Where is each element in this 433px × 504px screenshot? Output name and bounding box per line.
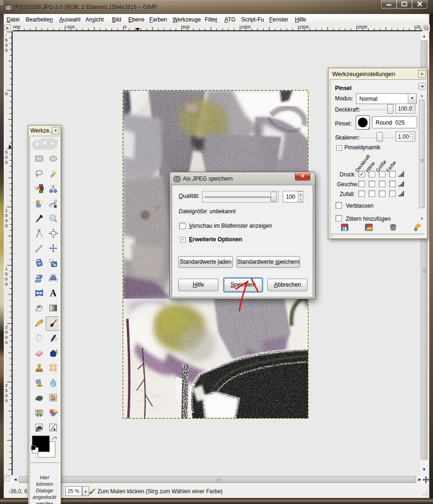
svg-text:1: 1 [5,208,7,213]
svg-text:A: A [50,288,57,298]
svg-text:2: 2 [5,324,7,329]
svg-text:0: 0 [5,393,7,398]
svg-text:5: 5 [5,388,7,393]
svg-text:0: 0 [5,91,7,96]
svg-text:0: 0 [5,160,7,165]
svg-text:0: 0 [5,213,7,218]
svg-text:5: 5 [5,149,7,154]
svg-text:2: 2 [5,383,7,388]
svg-text:2000: 2000 [357,24,367,29]
svg-text:0: 0 [5,276,7,281]
svg-text:5: 5 [5,37,7,42]
svg-text:1500: 1500 [299,24,309,29]
svg-text:0: 0 [5,281,7,287]
svg-text:0: 0 [5,154,7,160]
svg-text:0: 0 [5,335,7,340]
svg-text:0: 0 [5,223,7,228]
svg-text:0: 0 [5,398,7,403]
svg-text:500: 500 [182,24,190,29]
svg-text:25: 25 [416,24,421,29]
svg-text:0: 0 [5,329,7,335]
svg-text:5: 5 [5,271,7,276]
svg-text:1000: 1000 [241,24,251,29]
svg-text:0: 0 [124,24,126,29]
svg-text:0: 0 [5,48,7,53]
svg-text:1: 1 [5,266,7,271]
svg-text:0: 0 [5,218,7,223]
svg-text:0: 0 [5,42,7,48]
svg-text:0: 0 [5,340,7,345]
svg-text:000: 000 [13,24,21,29]
svg-text:-: - [5,32,7,37]
svg-text:-500: -500 [66,24,75,29]
